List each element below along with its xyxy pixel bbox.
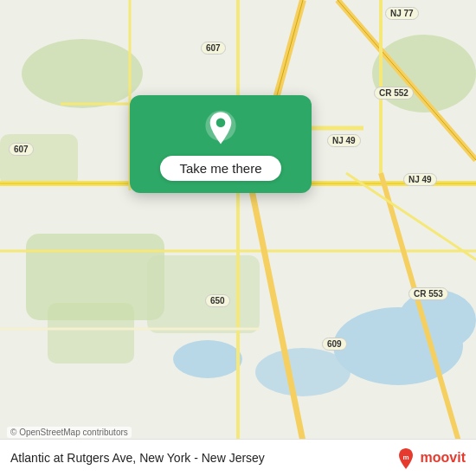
location-pin-icon <box>202 109 240 147</box>
road-label-nj49-right: NJ 49 <box>403 173 437 186</box>
road-label-607-left: 607 <box>9 143 34 156</box>
road-label-cr553: CR 553 <box>408 287 448 300</box>
road-label-nj77: NJ 77 <box>385 7 419 20</box>
location-address: Atlantic at Rutgers Ave, New York - New … <box>10 451 265 465</box>
road-label-nj49-top: NJ 49 <box>327 134 361 147</box>
take-me-there-button[interactable]: Take me there <box>160 156 280 181</box>
road-label-cr552: CR 552 <box>374 87 414 100</box>
road-label-650: 650 <box>205 294 230 307</box>
road-label-609: 609 <box>322 338 347 351</box>
svg-point-1 <box>22 39 143 108</box>
svg-point-28 <box>216 119 226 128</box>
svg-rect-5 <box>147 255 260 333</box>
moovit-icon: m <box>395 447 417 469</box>
bottom-bar: Atlantic at Rutgers Ave, New York - New … <box>0 439 476 476</box>
map-background <box>0 0 476 441</box>
svg-text:m: m <box>402 453 408 461</box>
map-container: NJ 77 CR 552 NJ 49 NJ 49 607 607 650 609… <box>0 0 476 476</box>
map-attribution: © OpenStreetMap contributors <box>7 427 132 438</box>
svg-rect-3 <box>0 134 78 186</box>
svg-rect-6 <box>48 303 134 363</box>
svg-point-10 <box>255 348 351 396</box>
moovit-text: moovit <box>421 450 466 466</box>
moovit-logo: m moovit <box>395 447 466 469</box>
road-label-607-top: 607 <box>201 42 226 55</box>
svg-point-9 <box>173 340 242 378</box>
take-me-there-card[interactable]: Take me there <box>130 95 312 193</box>
